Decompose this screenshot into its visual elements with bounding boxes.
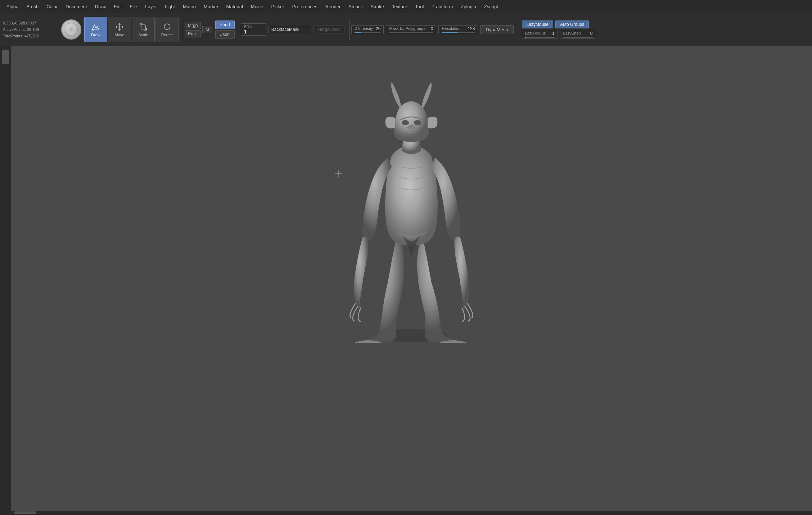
lazy-row-top: LazyMouse Auto Groups [522,20,596,28]
creature-head [394,101,429,142]
creature-left-leg [368,235,404,342]
resolution-slider-track [442,32,475,33]
menu-zplugin[interactable]: Zplugin [457,3,480,11]
z-intensity-label: Z Intensity [355,26,373,31]
menu-document[interactable]: Document [62,3,90,11]
menu-marker[interactable]: Marker [200,3,222,11]
auto-groups-button[interactable]: Auto Groups [555,20,589,28]
menu-macro[interactable]: Macro [179,3,199,11]
menu-movie[interactable]: Movie [247,3,267,11]
mask-polygroups-label: Mask By Polygroups [389,26,425,31]
creature-right-eye-socket [414,120,421,125]
z-intensity-slider-fill [355,32,361,33]
rotate-tool-button[interactable]: Rotate [155,17,179,42]
coords-line: 0.353,-0.528,0.037 [3,20,58,26]
resolution-value: 128 [468,26,475,31]
menu-picker[interactable]: Picker [268,3,288,11]
z-intensity-value: 25 [376,26,380,31]
3d-model-creature [330,64,492,352]
creature-right-horn [421,82,432,108]
sdiv-control[interactable]: SDiv 1 [241,23,266,36]
lazy-section: LazyMouse Auto Groups LazyRadius 1 LazyS… [522,20,596,39]
scale-tool-button[interactable]: Scale [132,17,155,42]
menu-color[interactable]: Color [43,3,61,11]
menu-material[interactable]: Material [223,3,247,11]
canvas-viewport[interactable] [11,46,812,515]
rgb-button[interactable]: Rgb [185,30,201,37]
menu-alpha[interactable]: Alpha [3,3,22,11]
creature-left-eye-socket [402,120,409,125]
merge-down-button: MergeDown [313,26,345,33]
creature-right-ear [428,117,438,129]
menu-texture[interactable]: Texture [388,3,411,11]
divider-4 [519,19,519,40]
menu-zscript[interactable]: Zscript [481,3,502,11]
creature-torso [385,146,438,246]
menu-preferences[interactable]: Preferences [289,3,321,11]
backface-mask-control[interactable]: BackfaceMask [268,26,311,33]
menu-transform[interactable]: Transform [428,3,456,11]
creature-svg [336,73,487,343]
z-intensity-control[interactable]: Z Intensity 25 [351,25,384,34]
m-button[interactable]: M [202,26,212,33]
scroll-thumb-bottom [14,511,36,514]
draw-label: Draw [91,33,100,37]
zbrush-logo-button[interactable] [61,19,81,40]
lazy-snap-track [563,37,593,38]
zsub-button[interactable]: Zsub [215,30,234,39]
scroll-bar-bottom[interactable] [11,511,812,515]
rotate-label: Rotate [161,33,173,37]
mrgb-button[interactable]: Mrgb [185,22,201,29]
total-points-line: TotalPoints: 475,202 [3,33,58,39]
scale-label: Scale [138,33,148,37]
toolbar: 0.353,-0.528,0.037 ActivePoints: 26,108 … [0,13,812,46]
mask-polygroups-value: 0 [431,26,433,31]
menu-tool[interactable]: Tool [412,3,428,11]
stats-panel: 0.353,-0.528,0.037 ActivePoints: 26,108 … [0,18,61,41]
menu-stencil[interactable]: Stencil [345,3,366,11]
dynamesh-button[interactable]: DynaMesh [480,25,513,34]
lazy-radius-control[interactable]: LazyRadius 1 [522,30,558,39]
menu-bar: Alpha Brush Color Document Draw Edit Fil… [0,0,812,13]
divider-3 [349,19,350,40]
divider-1 [183,19,183,40]
lazy-row-bottom: LazyRadius 1 LazySnap 0 [522,30,596,39]
menu-layer[interactable]: Layer [141,3,161,11]
zadd-button[interactable]: Zadd [215,20,234,29]
menu-light[interactable]: Light [161,3,179,11]
scroll-panel-left[interactable] [0,46,11,515]
svg-point-3 [70,28,73,31]
sdiv-label: SDiv [244,24,263,29]
lazy-snap-label: LazySnap [563,31,581,36]
zadd-zsub-group: Zadd Zsub [215,20,234,39]
lazy-radius-label: LazyRadius [525,31,546,36]
lazy-radius-track [525,37,555,38]
resolution-control[interactable]: Resolution 128 [438,25,478,34]
lazy-snap-value: 0 [590,31,593,36]
creature-right-leg [417,235,453,342]
menu-stroke[interactable]: Stroke [367,3,388,11]
mask-polygroups-control[interactable]: Mask By Polygroups 0 [386,25,436,34]
lazy-snap-control[interactable]: LazySnap 0 [560,30,596,39]
draw-tool-button[interactable]: Draw [84,17,107,42]
creature-right-forearm [454,237,469,313]
menu-render[interactable]: Render [322,3,344,11]
divider-2 [239,19,239,40]
menu-brush[interactable]: Brush [23,3,42,11]
resolution-label: Resolution [442,26,460,31]
resolution-slider-fill [442,32,458,33]
move-tool-button[interactable]: Move [108,17,131,42]
menu-edit[interactable]: Edit [110,3,125,11]
lazy-mouse-button[interactable]: LazyMouse [522,20,553,28]
creature-left-ear [385,117,396,129]
backface-mask-label: BackfaceMask [271,27,308,32]
creature-left-forearm [354,237,369,313]
lazy-radius-fill [525,37,527,38]
creature-left-horn [391,82,401,108]
m-group: M [202,26,212,33]
svg-rect-5 [141,25,145,29]
menu-draw[interactable]: Draw [91,3,109,11]
color-mode-group: Mrgb Rgb [185,22,201,37]
menu-file[interactable]: File [126,3,141,11]
lazy-radius-value: 1 [552,31,555,36]
